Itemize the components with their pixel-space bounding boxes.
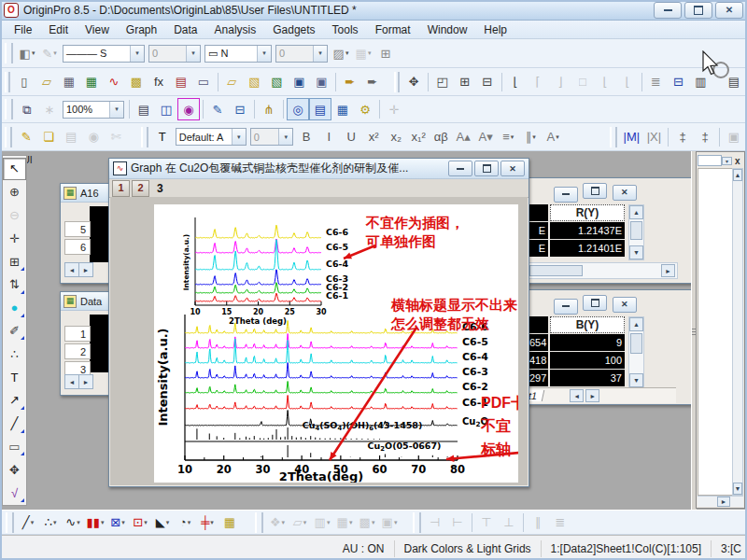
increase-font-button[interactable]: A▴ [452,126,474,148]
chevron-down-icon[interactable]: ▾ [130,46,144,62]
minimize-button[interactable] [448,161,472,176]
cluster-tool[interactable]: ∴ [3,343,26,365]
line-style-select[interactable]: ——— S▾ [63,45,145,63]
chevron-down-icon[interactable]: ▾ [511,133,514,141]
align-button[interactable]: ≡▾ [497,126,519,148]
line-symbol-plot-button[interactable]: ∿▾ [62,511,84,534]
nine-panel-button[interactable]: ⊟ [476,71,499,93]
chevron-down-icon[interactable]: ▾ [186,46,200,62]
chevron-down-icon[interactable]: ▾ [722,157,732,165]
polar-plot-button[interactable]: ◔▾ [174,511,196,534]
import-ascii-button[interactable]: ➨ [361,71,384,93]
chevron-down-icon[interactable]: ▾ [532,133,536,141]
screen-reader-tool[interactable]: ✛ [3,227,26,249]
column-header[interactable]: B(Y) [550,316,625,333]
rescale-button[interactable]: ✥ [402,71,425,93]
toolbar-grip[interactable] [141,127,148,147]
chevron-down-icon[interactable]: ▾ [31,519,35,526]
scatter-plot-button[interactable]: ∴▾ [39,511,62,534]
hatch-pattern-button[interactable]: ▨▾ [330,42,352,64]
chevron-down-icon[interactable]: ▾ [101,519,105,526]
cell[interactable]: 418 [527,352,548,369]
vertical-spacing-button[interactable]: ‡ [671,126,694,148]
graph-window[interactable]: ∿ Graph 在 Cu2O包覆碱式铜盐核壳型催化剂的研制及催... ✕ 1 2… [108,158,529,487]
new-matrix-button[interactable]: ▩ [125,71,148,93]
spacing-button[interactable]: ∥▾ [519,126,542,148]
toolbar-grip[interactable] [255,512,263,533]
draw-data-tool[interactable]: ✐ [3,320,26,343]
cell[interactable]: 297 [527,370,548,386]
save-button[interactable]: ▣ [288,71,310,93]
split-view-button[interactable]: ⊟ [229,98,251,120]
vertical-scrollbar[interactable]: ▲ ▼ [628,204,644,260]
pattern-width-select[interactable]: 0▾ [275,45,328,63]
chevron-down-icon[interactable]: ▾ [345,49,349,57]
annotation-pdf-note[interactable]: PDF卡不宜标轴 [481,391,518,461]
chevron-down-icon[interactable]: ▾ [210,519,214,526]
tab-scroll-left-button[interactable]: ◄ [570,389,584,402]
new-notes-button[interactable]: ▭ [192,71,215,93]
scroll-down-button[interactable]: ▼ [629,245,643,259]
new-layout-button[interactable]: ▤ [170,71,192,93]
single-panel-button[interactable]: ◰ [431,71,454,93]
text-format-button[interactable]: T [151,126,174,148]
toolbar-grip[interactable] [6,512,14,533]
menu-item-file[interactable]: File [6,21,40,38]
supersubscript-button[interactable]: x₁² [407,126,430,148]
data-selector-tool[interactable]: ⇅ [3,273,26,296]
menu-item-tools[interactable]: Tools [324,21,367,38]
row-header[interactable]: 5 [64,221,91,237]
worksheet-window-b[interactable]: ✕ B(Y) 654 9 418 100 297 37 ▲ ▼ t1 ◄ ► [525,289,695,405]
greek-button[interactable]: αβ [430,126,452,148]
close-button[interactable]: ✕ [715,2,743,19]
chevron-down-icon[interactable]: ▾ [327,519,331,526]
worksheet-window-r[interactable]: ✕ R(Y) E 1.21437E E 1.21401E ▲ ▼ ► [525,177,695,284]
area-plot-button[interactable]: ◣▾ [151,511,174,534]
new-project-button[interactable]: ▯ [13,71,35,93]
line-tool[interactable]: ╱ [3,413,26,435]
chevron-down-icon[interactable]: ▾ [232,129,246,145]
row-header[interactable]: 6 [64,239,91,255]
zoom-in-tool[interactable]: ⊕ [3,181,26,203]
box-plot-button[interactable]: ⊡▾ [129,511,151,534]
column-header[interactable]: R(Y) [550,204,625,221]
font-color-button[interactable]: A▾ [542,126,564,148]
equation-tool[interactable]: √ [3,482,26,504]
tab-scroll-right-button[interactable]: ► [585,389,599,402]
superscript-button[interactable]: x² [362,126,385,148]
toolbar-grip[interactable] [5,43,13,63]
video-mode-button[interactable]: ◉ [177,98,200,120]
restore-button[interactable] [583,295,607,311]
cell[interactable]: 100 [550,352,625,369]
fill-color-button[interactable]: ◧▾ [16,42,38,64]
cell[interactable]: 1.21437E [550,222,625,239]
layer-tab-1[interactable]: 1 [112,180,130,197]
stock-plot-button[interactable]: ╪▾ [196,511,218,534]
minimize-button[interactable] [554,299,578,315]
column-plot-button[interactable]: ▮▮▾ [84,511,106,534]
color-scale-button[interactable]: ▥ [689,71,712,93]
cell[interactable]: E [527,240,548,257]
chevron-down-icon[interactable]: ▾ [53,49,57,57]
chevron-down-icon[interactable]: ▾ [278,129,292,145]
scroll-up-button[interactable]: ▲ [629,205,643,219]
menu-item-analysis[interactable]: Analysis [206,21,265,38]
font-size-select[interactable]: 0▾ [250,128,293,146]
chevron-down-icon[interactable]: ▾ [394,519,398,526]
fill-pattern-select[interactable]: ▭ N▾ [204,45,272,63]
new-function-button[interactable]: fx [148,71,170,93]
toolbar-grip[interactable] [413,512,421,533]
scroll-right-button[interactable]: ► [78,262,93,277]
cell[interactable]: E [527,222,548,239]
minimize-button[interactable] [554,187,578,203]
chevron-down-icon[interactable]: ▾ [372,519,375,526]
chevron-down-icon[interactable]: ▾ [368,49,372,57]
rectangle-tool[interactable]: ▭ [3,436,26,458]
row-header[interactable]: 2 [64,343,91,359]
scroll-down-button[interactable]: ▼ [629,373,643,387]
menu-item-help[interactable]: Help [475,21,515,38]
scroll-right-button[interactable]: ► [78,374,93,389]
new-folder-button[interactable]: ▱ [35,71,58,93]
chevron-down-icon[interactable]: ▾ [313,46,327,62]
chevron-down-icon[interactable]: ▾ [349,519,353,526]
